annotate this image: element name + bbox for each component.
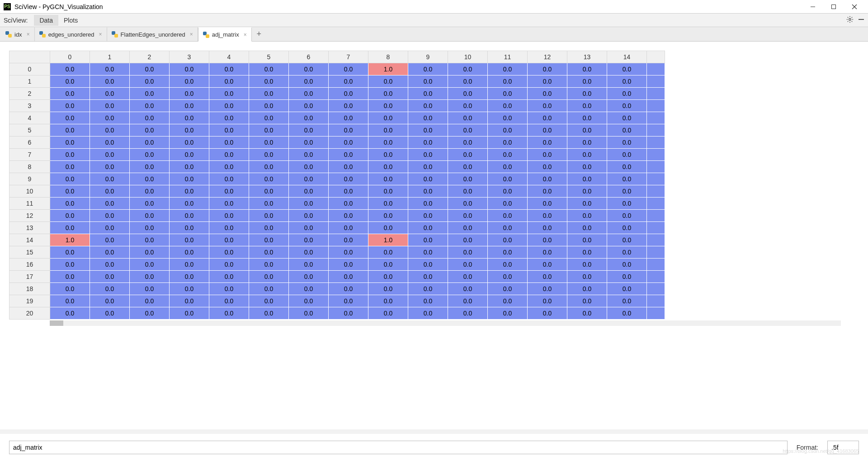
data-cell[interactable]: 0.0 [408,259,448,271]
data-cell[interactable]: 0.0 [130,234,170,246]
data-cell[interactable]: 0.0 [130,210,170,222]
tab-edges-unordered[interactable]: edges_unordered × [35,27,107,41]
data-cell[interactable]: 0.0 [50,75,90,88]
panel-minimize-button[interactable] [858,16,864,24]
data-cell[interactable]: 0.0 [170,259,209,271]
data-grid[interactable]: 0123456789101112131400.00.00.00.00.00.00… [9,51,665,320]
data-cell[interactable]: 0.0 [488,88,528,100]
data-cell[interactable]: 0.0 [408,124,448,136]
data-cell[interactable]: 0.0 [607,161,647,173]
data-cell[interactable]: 0.0 [90,283,130,295]
data-cell[interactable]: 0.0 [368,222,408,234]
data-cell[interactable]: 0.0 [90,63,130,75]
data-cell[interactable]: 0.0 [567,259,607,271]
data-cell[interactable]: 0.0 [528,75,567,88]
data-cell[interactable]: 0.0 [90,173,130,185]
data-cell[interactable]: 0.0 [488,136,528,149]
data-cell[interactable]: 0.0 [448,185,488,198]
data-cell[interactable]: 0.0 [448,210,488,222]
data-cell[interactable]: 0.0 [567,234,607,246]
tab-idx[interactable]: idx × [1,27,35,41]
data-cell[interactable]: 0.0 [607,246,647,259]
data-cell[interactable]: 0.0 [289,222,329,234]
row-header[interactable]: 5 [9,124,50,136]
data-cell[interactable]: 0.0 [488,259,528,271]
tab-close-button[interactable]: × [27,31,30,38]
row-header[interactable]: 10 [9,185,50,198]
data-cell[interactable]: 0.0 [50,271,90,283]
data-cell[interactable]: 0.0 [209,246,249,259]
data-cell[interactable]: 0.0 [448,198,488,210]
data-cell[interactable]: 0.0 [170,234,209,246]
data-cell[interactable]: 0.0 [368,173,408,185]
data-cell[interactable]: 0.0 [289,234,329,246]
data-cell[interactable]: 0.0 [607,198,647,210]
data-cell[interactable]: 0.0 [607,259,647,271]
data-cell[interactable]: 0.0 [289,88,329,100]
data-cell[interactable]: 0.0 [567,246,607,259]
data-cell[interactable]: 0.0 [170,88,209,100]
data-cell[interactable]: 0.0 [170,246,209,259]
data-cell[interactable]: 0.0 [170,75,209,88]
data-cell[interactable]: 0.0 [130,259,170,271]
data-cell[interactable]: 0.0 [368,185,408,198]
data-cell[interactable]: 0.0 [90,307,130,320]
window-close-button[interactable] [848,2,861,11]
data-cell[interactable]: 0.0 [408,149,448,161]
data-cell[interactable]: 0.0 [607,88,647,100]
data-cell[interactable]: 0.0 [130,124,170,136]
data-cell[interactable]: 0.0 [368,198,408,210]
data-cell[interactable]: 0.0 [50,198,90,210]
data-cell[interactable]: 0.0 [329,234,368,246]
data-cell[interactable]: 0.0 [249,210,289,222]
data-cell[interactable]: 0.0 [368,161,408,173]
data-cell[interactable]: 0.0 [90,75,130,88]
data-cell[interactable]: 0.0 [249,63,289,75]
data-cell[interactable]: 0.0 [368,210,408,222]
data-cell[interactable]: 0.0 [289,307,329,320]
data-cell[interactable]: 0.0 [249,246,289,259]
data-cell[interactable]: 0.0 [567,124,607,136]
column-header[interactable]: 10 [448,51,488,63]
data-cell[interactable]: 0.0 [170,198,209,210]
data-cell[interactable]: 0.0 [130,63,170,75]
data-cell[interactable]: 0.0 [448,100,488,112]
data-cell[interactable]: 0.0 [448,246,488,259]
data-cell[interactable]: 0.0 [249,112,289,124]
data-cell[interactable]: 0.0 [249,185,289,198]
tab-close-button[interactable]: × [244,32,247,38]
data-cell[interactable]: 0.0 [130,246,170,259]
data-cell[interactable]: 0.0 [567,149,607,161]
data-cell[interactable]: 0.0 [90,185,130,198]
data-cell[interactable]: 0.0 [368,100,408,112]
data-cell[interactable]: 0.0 [249,198,289,210]
data-cell[interactable]: 0.0 [209,100,249,112]
data-cell[interactable]: 0.0 [170,210,209,222]
data-cell[interactable]: 0.0 [289,149,329,161]
data-cell[interactable]: 0.0 [130,307,170,320]
data-cell[interactable]: 0.0 [567,100,607,112]
data-cell[interactable]: 0.0 [289,271,329,283]
data-cell[interactable]: 0.0 [488,198,528,210]
data-cell[interactable]: 0.0 [249,149,289,161]
data-cell[interactable]: 0.0 [488,283,528,295]
data-cell[interactable]: 0.0 [408,63,448,75]
window-maximize-button[interactable] [827,2,840,11]
data-cell[interactable]: 0.0 [408,198,448,210]
data-cell[interactable]: 0.0 [289,63,329,75]
row-header[interactable]: 12 [9,210,50,222]
column-header[interactable]: 8 [368,51,408,63]
data-cell[interactable]: 0.0 [368,246,408,259]
data-cell[interactable]: 0.0 [528,124,567,136]
data-cell[interactable]: 0.0 [249,295,289,307]
data-cell[interactable]: 0.0 [408,271,448,283]
data-cell[interactable]: 0.0 [289,283,329,295]
data-cell[interactable]: 0.0 [170,100,209,112]
data-cell[interactable]: 0.0 [448,149,488,161]
data-cell[interactable]: 0.0 [448,295,488,307]
data-cell[interactable]: 0.0 [488,75,528,88]
data-cell[interactable]: 0.0 [488,161,528,173]
format-input[interactable] [827,441,859,454]
data-cell[interactable]: 0.0 [408,234,448,246]
data-cell[interactable]: 0.0 [289,295,329,307]
